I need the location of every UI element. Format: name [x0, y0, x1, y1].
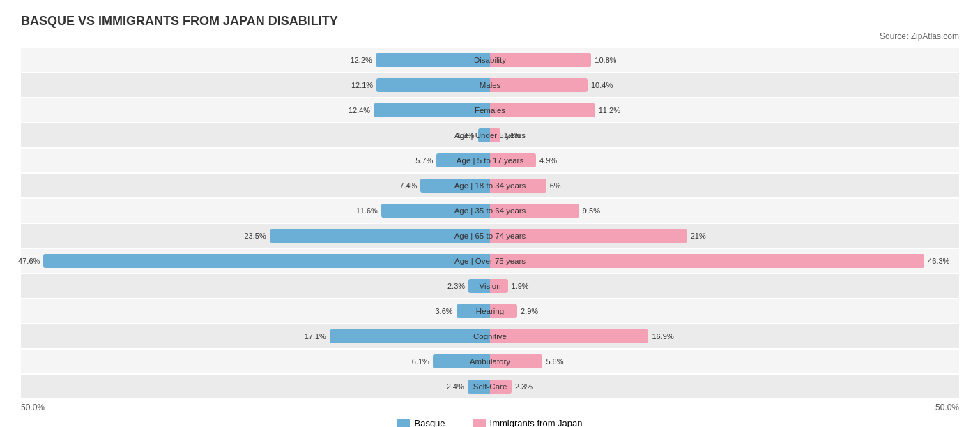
axis-right-label: 50.0% [935, 403, 959, 412]
axis-labels: 50.0% 50.0% [21, 403, 959, 412]
row-label: Females [475, 106, 505, 114]
legend-label: Basque [414, 418, 445, 427]
legend-item: Immigrants from Japan [473, 418, 583, 427]
chart-row: 17.1% Cognitive 16.9% [21, 324, 959, 348]
row-label: Ambulatory [470, 357, 510, 366]
chart-row: 11.6% Age | 35 to 64 years 9.5% [21, 199, 959, 223]
axis-left-label: 50.0% [21, 403, 45, 412]
chart-row: 12.2% Disability 10.8% [21, 48, 959, 72]
row-label: Males [480, 81, 501, 89]
row-label: Vision [479, 282, 500, 290]
source-label: Source: ZipAtlas.com [21, 31, 959, 41]
chart-row: 7.4% Age | 18 to 34 years 6% [21, 174, 959, 197]
chart-row: 12.4% Females 11.2% [21, 98, 959, 122]
row-label: Self-Care [473, 382, 507, 391]
row-label: Age | 5 to 17 years [457, 156, 523, 165]
row-label: Age | 65 to 74 years [454, 232, 526, 240]
row-label: Disability [474, 56, 506, 64]
chart-title: BASQUE VS IMMIGRANTS FROM JAPAN DISABILI… [21, 14, 959, 29]
legend-color [473, 419, 486, 428]
chart-row: 23.5% Age | 65 to 74 years 21% [21, 224, 959, 248]
legend: Basque Immigrants from Japan [21, 418, 959, 427]
row-label: Cognitive [473, 332, 507, 340]
row-label: Age | Over 75 years [454, 257, 526, 265]
chart-area: 12.2% Disability 10.8% 12.1% Males 10.4% [21, 48, 959, 398]
chart-row: 2.3% Vision 1.9% [21, 274, 959, 298]
chart-row: 47.6% Age | Over 75 years 46.3% [21, 249, 959, 273]
chart-row: 3.6% Hearing 2.9% [21, 299, 959, 323]
chart-row: 12.1% Males 10.4% [21, 73, 959, 97]
row-label: Age | 18 to 34 years [454, 181, 526, 190]
legend-item: Basque [397, 418, 445, 427]
chart-row: 1.3% Age | Under 5 years 1.1% [21, 123, 959, 147]
chart-row: 5.7% Age | 5 to 17 years 4.9% [21, 149, 959, 172]
chart-row: 6.1% Ambulatory 5.6% [21, 350, 959, 373]
legend-label: Immigrants from Japan [490, 418, 583, 427]
legend-color [397, 419, 410, 428]
row-label: Hearing [476, 307, 504, 315]
row-label: Age | 35 to 64 years [454, 207, 526, 215]
chart-row: 2.4% Self-Care 2.3% [21, 375, 959, 398]
